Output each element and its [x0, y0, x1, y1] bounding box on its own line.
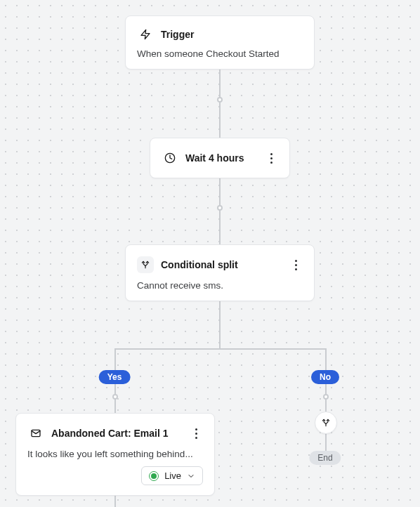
end-pill: End [309, 451, 341, 465]
branch-yes-pill: Yes [99, 370, 131, 384]
branch-no-pill: No [311, 370, 339, 384]
conditional-description: Cannot receive sms. [137, 280, 303, 291]
lightning-icon [137, 26, 154, 43]
email-card[interactable]: Abandoned Cart: Email 1 It looks like yo… [15, 413, 215, 496]
conditional-split-card[interactable]: Conditional split Cannot receive sms. [125, 244, 315, 301]
wait-card[interactable]: Wait 4 hours [150, 138, 290, 178]
status-label: Live [164, 470, 181, 481]
email-preview: It looks like you left something behind.… [27, 449, 203, 459]
clock-icon [162, 150, 178, 166]
split-icon [137, 256, 154, 273]
mail-icon [27, 425, 44, 442]
status-live-icon [149, 471, 159, 481]
conditional-title: Conditional split [161, 259, 238, 270]
add-split-button[interactable] [315, 411, 337, 434]
conditional-more-button[interactable] [289, 255, 303, 275]
chevron-down-icon [187, 472, 195, 480]
split-icon [321, 418, 331, 428]
more-vertical-icon [195, 428, 197, 439]
email-title: Abandoned Cart: Email 1 [51, 428, 168, 439]
status-select[interactable]: Live [141, 466, 203, 485]
wait-label: Wait 4 hours [185, 152, 244, 164]
more-vertical-icon [270, 153, 273, 164]
trigger-title: Trigger [161, 29, 194, 40]
trigger-card[interactable]: Trigger When someone Checkout Started [125, 15, 315, 70]
trigger-description: When someone Checkout Started [137, 48, 303, 59]
email-more-button[interactable] [189, 423, 203, 443]
more-vertical-icon [295, 260, 297, 270]
wait-more-button[interactable] [264, 148, 278, 168]
